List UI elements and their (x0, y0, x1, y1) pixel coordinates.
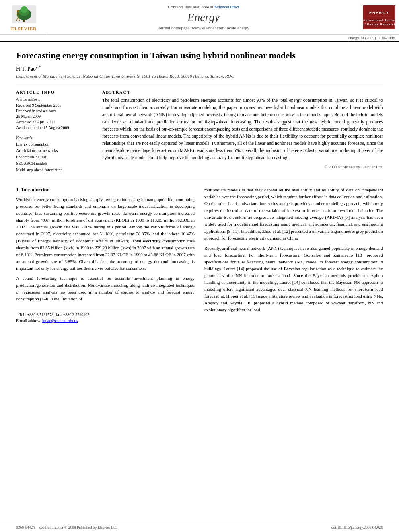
energy-logo-box: ENERGY International Journal of Energy R… (359, 0, 399, 34)
email-link[interactable]: htpao@cc.nctu.edu.tw (42, 318, 78, 323)
article-authors: H.T. Pao** (16, 65, 383, 72)
abstract-text: The total consumption of electricity and… (102, 97, 383, 161)
svg-point-4 (21, 6, 28, 13)
keywords-label: Keywords: (16, 136, 93, 140)
body-left-column: 1. Introduction Worldwide energy consump… (16, 187, 195, 324)
keyword-multistep: Multi-step-ahead forecasting (16, 167, 93, 173)
footnote-2: E-mail address: htpao@cc.nctu.edu.tw (16, 318, 195, 324)
article-info-column: ARTICLE INFO Article history: Received 9… (16, 90, 93, 173)
accepted-date: Accepted 22 April 2009 (16, 119, 93, 125)
abstract-column: ABSTRACT The total consumption of electr… (102, 90, 383, 173)
svg-text:International Journal: International Journal (363, 19, 395, 22)
elsevier-brand: ELSEVIER (11, 26, 37, 31)
keyword-ann: Artificial neural networks (16, 148, 93, 154)
journal-center: Contents lists available at ScienceDirec… (48, 0, 359, 34)
svg-text:of Energy Research: of Energy Research (363, 23, 395, 26)
journal-homepage: journal homepage: www.elsevier.com/locat… (158, 25, 249, 30)
footnote-1: * Tel.: +886 3 5131578; fax: +886 3 5710… (16, 312, 195, 318)
svg-point-5 (17, 10, 19, 12)
journal-meta: Energy 34 (2009) 1438–1446 (348, 36, 395, 40)
section-divider (16, 180, 383, 180)
elsevier-tree-icon (10, 3, 38, 25)
doi-text: doi:10.1016/j.energy.2009.04.026 (331, 526, 383, 530)
article-affiliation: Department of Management Science, Nation… (16, 74, 383, 78)
revised-date: 25 March 2009 (16, 114, 93, 119)
body-columns: 1. Introduction Worldwide energy consump… (16, 187, 383, 324)
author-superscript: * (39, 65, 41, 69)
journal-header: ELSEVIER Contents lists available at Sci… (0, 0, 399, 42)
available-date: Available online 15 August 2009 (16, 125, 93, 131)
article-history-group: Article history: Received 9 September 20… (16, 97, 93, 131)
sciencedirect-line: Contents lists available at ScienceDirec… (168, 4, 239, 9)
article-info-abstract: ARTICLE INFO Article history: Received 9… (16, 85, 383, 173)
article-info-header: ARTICLE INFO (16, 90, 93, 94)
energy-logo-icon: ENERGY International Journal of Energy R… (363, 5, 395, 29)
section1-number: 1. (16, 187, 20, 193)
section1-title: 1. Introduction (16, 187, 195, 193)
body-right-column: multivariate models is that they depend … (204, 187, 383, 324)
svg-rect-10 (363, 5, 395, 29)
keyword-encompassing: Encompassing test (16, 154, 93, 160)
keyword-energy-consumption: Energy consumption (16, 141, 93, 148)
article-content: Forecasting energy consumption in Taiwan… (0, 42, 399, 332)
elsevier-logo: ELSEVIER (0, 0, 48, 34)
article-title: Forecasting energy consumption in Taiwan… (16, 50, 383, 62)
svg-text:ENERGY: ENERGY (369, 11, 389, 15)
bottom-bar: 0360-5442/$ – see front matter © 2009 Pu… (0, 523, 399, 532)
journal-top-bar: ELSEVIER Contents lists available at Sci… (0, 0, 399, 35)
intro-right-paragraph-1: multivariate models is that they depend … (204, 187, 383, 241)
intro-paragraph-1: Worldwide energy consumption is rising s… (16, 196, 195, 272)
intro-right-paragraph-2: Recently, artificial neural network (ANN… (204, 245, 383, 313)
footnote-area: * Tel.: +886 3 5131578; fax: +886 3 5710… (16, 309, 195, 324)
article-info-box: Article history: Received 9 September 20… (16, 97, 93, 131)
section1-name: Introduction (21, 187, 50, 193)
revised-label: Received in revised form (16, 108, 93, 114)
abstract-header: ABSTRACT (102, 90, 383, 94)
received-date: Received 9 September 2008 (16, 103, 93, 108)
copyright-line: © 2009 Published by Elsevier Ltd. (102, 165, 383, 169)
history-label: Article history: (16, 97, 93, 101)
keywords-box: Keywords: Energy consumption Artificial … (16, 136, 93, 173)
keyword-segarch: SEGARCH models (16, 160, 93, 167)
intro-paragraph-2: A sound forecasting technique is essenti… (16, 275, 195, 302)
sciencedirect-link[interactable]: ScienceDirect (214, 4, 239, 9)
journal-name: Energy (187, 11, 220, 24)
bottom-left-text: 0360-5442/$ – see front matter © 2009 Pu… (16, 526, 117, 530)
journal-meta-bar: Energy 34 (2009) 1438–1446 (0, 35, 399, 41)
